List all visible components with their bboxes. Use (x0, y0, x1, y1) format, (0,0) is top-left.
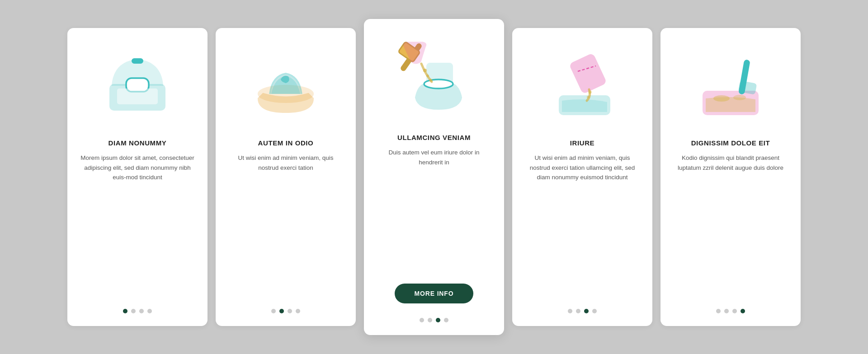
svg-point-16 (587, 96, 590, 98)
dot (428, 318, 432, 322)
dot (444, 318, 448, 322)
dot (139, 309, 144, 313)
icon-area-5 (690, 44, 771, 126)
dot (279, 309, 284, 313)
card-2-dots (271, 309, 300, 313)
card-2: AUTEM IN ODIO Ut wisi enim ad minim veni… (216, 28, 356, 326)
svg-rect-3 (132, 59, 143, 63)
card-3-dots (420, 318, 448, 322)
svg-point-15 (589, 91, 592, 94)
card-4: IRIURE Ut wisi enim ad minim veniam, qui… (512, 28, 652, 326)
card-1-title: DIAM NONUMMY (108, 139, 167, 147)
dot (592, 309, 597, 313)
icon-area-3 (393, 39, 475, 120)
card-4-dots (568, 309, 597, 313)
dot (288, 309, 292, 313)
card-3: ULLAMCING VENIAM Duis autem vel eum iriu… (364, 19, 504, 335)
card-5-title: DIGNISSIM DOLOE EIT (691, 139, 770, 147)
card-1-body: Morem ipsum dolor sit amet, consectetuer… (80, 153, 195, 299)
dot (436, 318, 440, 322)
card-4-body: Ut wisi enim ad minim veniam, quis nostr… (525, 153, 640, 299)
bowl-food-icon (250, 49, 322, 121)
more-info-button[interactable]: MORE INFO (395, 284, 474, 303)
bag-pour-icon (546, 49, 618, 121)
dot (741, 309, 745, 313)
dot (576, 309, 580, 313)
svg-point-9 (423, 69, 427, 72)
card-1: DIAM NONUMMY Morem ipsum dolor sit amet,… (67, 28, 208, 326)
litter-box-scoop-icon (694, 49, 767, 121)
card-5-dots (716, 309, 745, 313)
svg-rect-2 (117, 88, 158, 104)
card-5: DIGNISSIM DOLOE EIT Kodio dignissim qui … (660, 28, 801, 326)
dot (420, 318, 424, 322)
dot (716, 309, 721, 313)
dot (131, 309, 136, 313)
card-2-title: AUTEM IN ODIO (258, 139, 314, 147)
litter-box-covered-icon (101, 49, 174, 121)
dot (724, 309, 729, 313)
card-4-title: IRIURE (570, 139, 594, 147)
svg-point-6 (424, 79, 453, 88)
svg-point-11 (429, 79, 433, 82)
dot (147, 309, 152, 313)
svg-rect-13 (570, 54, 606, 93)
svg-point-19 (733, 95, 746, 100)
cards-container: DIAM NONUMMY Morem ipsum dolor sit amet,… (0, 1, 868, 353)
card-3-body: Duis autem vel eum iriure dolor in hendr… (377, 148, 491, 275)
dot (568, 309, 572, 313)
card-3-title: ULLAMCING VENIAM (397, 134, 471, 141)
dot (296, 309, 300, 313)
dot (271, 309, 276, 313)
card-5-body: Kodio dignissim qui blandit praesent lup… (673, 153, 788, 299)
icon-area-2 (245, 44, 326, 126)
dot (732, 309, 737, 313)
svg-point-10 (426, 75, 429, 77)
dot (123, 309, 127, 313)
card-1-dots (123, 309, 152, 313)
svg-point-18 (713, 95, 730, 102)
dot (584, 309, 589, 313)
svg-rect-21 (739, 81, 756, 94)
toilet-pour-icon (393, 39, 475, 120)
card-2-body: Ut wisi enim ad minim veniam, quis nostr… (228, 153, 343, 299)
icon-area-4 (542, 44, 623, 126)
icon-area-1 (97, 44, 178, 126)
